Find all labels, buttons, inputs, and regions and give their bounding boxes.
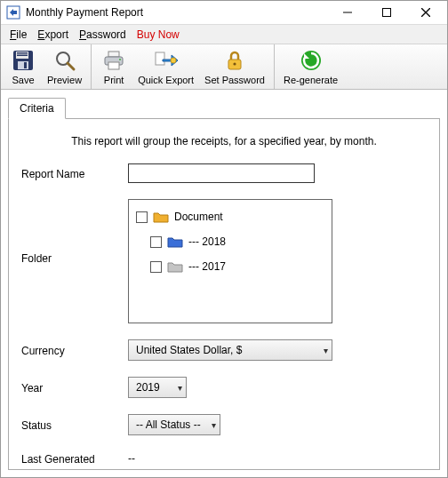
checkbox[interactable] xyxy=(150,261,162,273)
status-combobox[interactable]: -- All Status -- ▾ xyxy=(128,414,220,435)
label-currency: Currency xyxy=(21,343,128,357)
set-password-button[interactable]: Set Password xyxy=(199,44,270,89)
label-folder: Folder xyxy=(21,199,128,265)
folder-item[interactable]: --- 2017 xyxy=(134,257,326,276)
checkbox[interactable] xyxy=(136,211,148,223)
folder-icon xyxy=(167,260,183,273)
checkbox[interactable] xyxy=(150,236,162,248)
menu-file[interactable]: File xyxy=(6,27,30,43)
toolbar-group-output: Print Quick Export xyxy=(92,44,275,89)
svg-point-16 xyxy=(119,59,121,60)
svg-rect-10 xyxy=(24,62,27,68)
toolbar-group-regen: Re-generate xyxy=(275,44,347,89)
svg-rect-13 xyxy=(108,52,119,57)
app-icon xyxy=(6,5,20,20)
printer-icon xyxy=(101,48,126,73)
svg-line-12 xyxy=(68,63,74,69)
minimize-button[interactable] xyxy=(328,1,367,24)
refresh-icon xyxy=(299,48,324,73)
svg-point-18 xyxy=(171,58,176,63)
tab-criteria[interactable]: Criteria xyxy=(8,98,66,119)
quick-export-label: Quick Export xyxy=(138,75,194,85)
export-arrow-icon xyxy=(154,48,179,73)
toolbar: Save Preview xyxy=(1,44,447,90)
floppy-icon xyxy=(11,48,36,73)
report-name-input[interactable] xyxy=(128,163,315,183)
content-area: Criteria This report will group the rece… xyxy=(1,90,447,477)
label-report-name: Report Name xyxy=(21,166,128,180)
folder-label: Document xyxy=(174,211,223,223)
preview-label: Preview xyxy=(47,75,82,85)
toolbar-group-file: Save Preview xyxy=(1,44,92,89)
window-controls xyxy=(328,1,445,24)
magnifier-icon xyxy=(52,48,77,73)
app-window: Monthly Payment Report File Export Passw… xyxy=(0,0,448,478)
folder-label: --- 2017 xyxy=(188,260,226,273)
folder-tree[interactable]: Document --- 2018 --- 20 xyxy=(128,199,332,323)
save-button[interactable]: Save xyxy=(4,44,42,89)
folder-item[interactable]: --- 2018 xyxy=(134,232,326,251)
preview-button[interactable]: Preview xyxy=(42,44,87,89)
folder-label: --- 2018 xyxy=(188,235,226,248)
svg-rect-9 xyxy=(18,61,28,69)
svg-point-20 xyxy=(233,62,236,65)
folder-icon xyxy=(167,235,183,248)
window-title: Monthly Payment Report xyxy=(26,6,328,19)
close-button[interactable] xyxy=(406,1,445,24)
menubar: File Export Password Buy Now xyxy=(1,25,447,44)
regenerate-button[interactable]: Re-generate xyxy=(278,44,343,89)
lock-icon xyxy=(222,48,247,73)
currency-combobox[interactable]: United States Dollar, $ ▾ xyxy=(128,339,332,361)
quick-export-button[interactable]: Quick Export xyxy=(132,44,199,89)
chevron-down-icon: ▾ xyxy=(318,346,328,355)
svg-rect-2 xyxy=(383,9,391,17)
status-value: -- All Status -- xyxy=(136,418,201,431)
svg-rect-7 xyxy=(17,52,28,54)
last-generated-value: -- xyxy=(128,452,135,465)
save-label: Save xyxy=(12,75,34,85)
tab-panel-criteria: This report will group the receipts, for… xyxy=(8,118,440,470)
label-status: Status xyxy=(21,418,128,432)
menu-buy-now[interactable]: Buy Now xyxy=(133,27,183,43)
svg-rect-8 xyxy=(17,55,28,57)
year-value: 2019 xyxy=(136,381,160,394)
print-label: Print xyxy=(104,75,124,85)
folder-icon xyxy=(153,211,169,223)
svg-rect-15 xyxy=(108,62,119,69)
chevron-down-icon: ▾ xyxy=(206,420,216,430)
regenerate-label: Re-generate xyxy=(284,75,338,85)
folder-item[interactable]: Document xyxy=(134,207,326,227)
print-button[interactable]: Print xyxy=(95,44,132,89)
set-password-label: Set Password xyxy=(204,75,265,85)
label-year: Year xyxy=(21,380,128,394)
menu-password[interactable]: Password xyxy=(76,27,130,43)
year-combobox[interactable]: 2019 ▾ xyxy=(128,377,187,398)
panel-description: This report will group the receipts, for… xyxy=(21,135,427,147)
maximize-button[interactable] xyxy=(367,1,406,24)
svg-rect-17 xyxy=(156,52,164,65)
tabs-row: Criteria xyxy=(8,97,440,118)
titlebar: Monthly Payment Report xyxy=(1,1,447,25)
chevron-down-icon: ▾ xyxy=(172,383,182,393)
menu-export[interactable]: Export xyxy=(34,27,72,43)
label-last-generated: Last Generated xyxy=(21,451,128,466)
currency-value: United States Dollar, $ xyxy=(136,344,242,356)
